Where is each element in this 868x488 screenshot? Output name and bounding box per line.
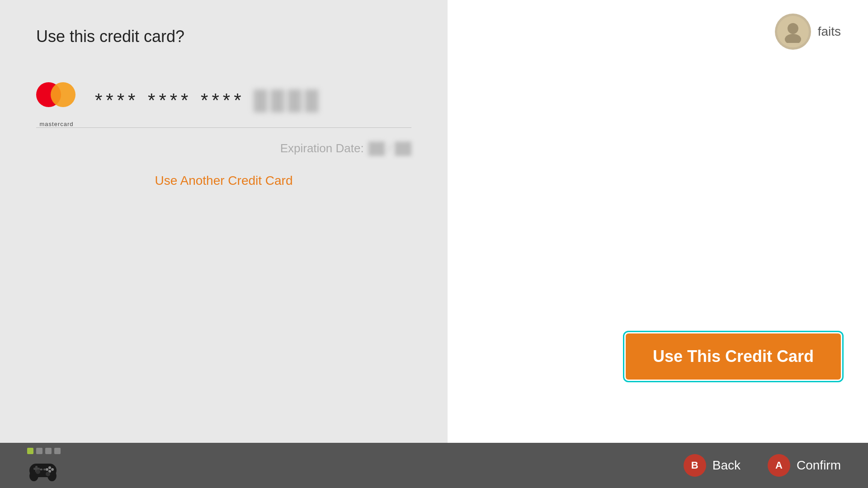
avatar-icon [782,20,804,43]
avatar [775,14,811,50]
dot-4 [54,448,61,454]
confirm-label: Confirm [797,458,841,473]
page-title: Use this credit card? [36,27,411,46]
dots-row [27,448,61,454]
left-panel: Use this credit card? mastercard **** **… [0,0,448,443]
back-label: Back [712,458,741,473]
card-number-masked: **** **** **** ████ [95,89,411,111]
svg-point-14 [46,472,50,476]
card-section: mastercard **** **** **** ████ Expiratio… [36,82,411,188]
bottom-right: B Back A Confirm [684,454,841,477]
action-button-container: Use This Credit Card [626,333,841,380]
use-this-credit-card-button[interactable]: Use This Credit Card [626,333,841,380]
username: faits [818,24,841,39]
dot-2 [36,448,42,454]
controller-dots-and-icon [27,448,61,483]
mastercard-logo: mastercard [36,82,77,118]
svg-rect-11 [40,469,42,470]
controller-icon [27,457,59,482]
dot-1 [27,448,33,454]
card-row: mastercard **** **** **** ████ [36,82,411,128]
svg-point-0 [788,23,798,34]
dot-3 [45,448,52,454]
user-area: faits [775,14,841,50]
use-another-credit-card-link[interactable]: Use Another Credit Card [36,174,411,188]
expiration-value: ██ / ██ [368,141,411,155]
expiration-row: Expiration Date: ██ / ██ [36,141,411,155]
avatar-inner [777,16,809,47]
expiration-label: Expiration Date: [280,141,364,155]
svg-point-1 [785,34,801,43]
confirm-action[interactable]: A Confirm [768,454,841,477]
svg-point-8 [51,468,54,471]
svg-rect-12 [43,469,46,470]
card-number-blurred: ████ [254,89,322,111]
right-panel: faits Use This Credit Card [448,0,868,443]
a-button: A [768,454,790,477]
svg-point-7 [48,466,51,469]
bottom-bar: B Back A Confirm [0,443,868,488]
b-button: B [684,454,706,477]
bottom-left [27,448,61,483]
svg-point-13 [36,469,40,474]
back-action[interactable]: B Back [684,454,741,477]
